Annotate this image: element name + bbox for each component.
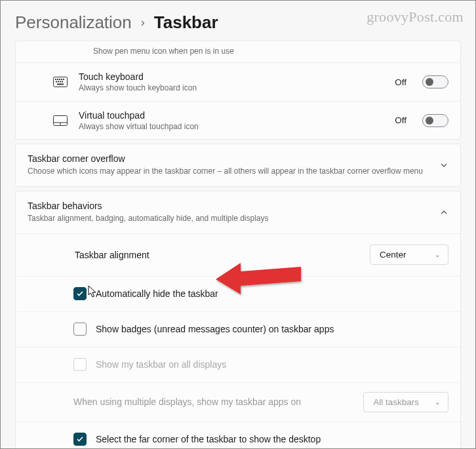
chevron-down-icon: ⌄	[435, 251, 440, 258]
page-title: Taskbar	[154, 12, 218, 33]
virtual-touchpad-title: Virtual touchpad	[79, 110, 384, 121]
overflow-subtitle: Choose which icons may appear in the tas…	[28, 166, 429, 177]
chevron-up-icon	[439, 208, 448, 217]
svg-rect-8	[60, 81, 61, 83]
touch-keyboard-row: Touch keyboard Always show touch keyboar…	[16, 63, 460, 101]
svg-rect-1	[55, 79, 56, 80]
alignment-value: Center	[380, 250, 407, 260]
taskbar-behaviors-panel: Taskbar behaviors Taskbar alignment, bad…	[15, 191, 461, 449]
svg-rect-5	[63, 79, 64, 80]
alignment-label: Taskbar alignment	[75, 250, 361, 260]
all-displays-row: Show my taskbar on all displays	[16, 347, 460, 382]
multi-display-row: When using multiple displays, show my ta…	[16, 382, 460, 421]
chevron-down-icon: ⌄	[435, 399, 440, 406]
virtual-touchpad-toggle[interactable]	[422, 114, 448, 127]
watermark: groovyPost.com	[367, 9, 464, 26]
virtual-touchpad-state: Off	[395, 115, 407, 125]
touch-keyboard-subtitle: Always show touch keyboard icon	[79, 83, 384, 92]
svg-rect-3	[59, 79, 60, 80]
show-badges-label: Show badges (unread messages counter) on…	[96, 324, 448, 334]
svg-rect-2	[57, 79, 58, 80]
svg-rect-4	[61, 79, 62, 80]
taskbar-behaviors-header[interactable]: Taskbar behaviors Taskbar alignment, bad…	[16, 191, 460, 233]
chevron-down-icon	[439, 161, 448, 170]
auto-hide-label: Automatically hide the taskbar	[96, 288, 448, 299]
multi-display-value: All taskbars	[373, 397, 419, 407]
show-badges-checkbox[interactable]	[73, 322, 87, 336]
all-displays-label: Show my taskbar on all displays	[96, 359, 448, 370]
taskbar-corner-icons-panel: Show pen menu icon when pen is in use To…	[15, 41, 461, 140]
alignment-select[interactable]: Center ⌄	[370, 244, 448, 265]
touch-keyboard-state: Off	[395, 77, 407, 87]
far-corner-row: Select the far corner of the taskbar to …	[16, 421, 460, 449]
virtual-touchpad-subtitle: Always show virtual touchpad icon	[79, 122, 384, 131]
overflow-title: Taskbar corner overflow	[28, 153, 429, 164]
touch-keyboard-title: Touch keyboard	[79, 71, 384, 82]
touch-keyboard-toggle[interactable]	[422, 75, 448, 88]
auto-hide-row: Automatically hide the taskbar	[16, 276, 460, 311]
auto-hide-checkbox[interactable]	[73, 287, 87, 300]
svg-rect-10	[57, 84, 64, 85]
show-badges-row: Show badges (unread messages counter) on…	[16, 311, 460, 347]
svg-rect-6	[56, 81, 57, 83]
virtual-touchpad-row: Virtual touchpad Always show virtual tou…	[16, 101, 460, 139]
breadcrumb-parent[interactable]: Personalization	[15, 12, 132, 33]
all-displays-checkbox	[73, 358, 87, 371]
taskbar-alignment-row: Taskbar alignment Center ⌄	[16, 234, 460, 276]
taskbar-overflow-panel[interactable]: Taskbar corner overflow Choose which ico…	[15, 144, 461, 187]
keyboard-icon	[52, 75, 68, 88]
far-corner-checkbox[interactable]	[73, 433, 87, 446]
multi-display-label: When using multiple displays, show my ta…	[73, 397, 354, 407]
behaviors-subtitle: Taskbar alignment, badging, automaticall…	[28, 213, 429, 224]
touchpad-icon	[52, 114, 68, 127]
chevron-right-icon: ›	[141, 16, 145, 29]
pen-menu-subtitle: Show pen menu icon when pen is in use	[16, 41, 460, 63]
svg-rect-7	[58, 81, 59, 83]
multi-display-select: All taskbars ⌄	[363, 392, 448, 412]
svg-rect-9	[62, 81, 63, 83]
behaviors-title: Taskbar behaviors	[28, 201, 429, 211]
far-corner-label: Select the far corner of the taskbar to …	[96, 434, 448, 444]
